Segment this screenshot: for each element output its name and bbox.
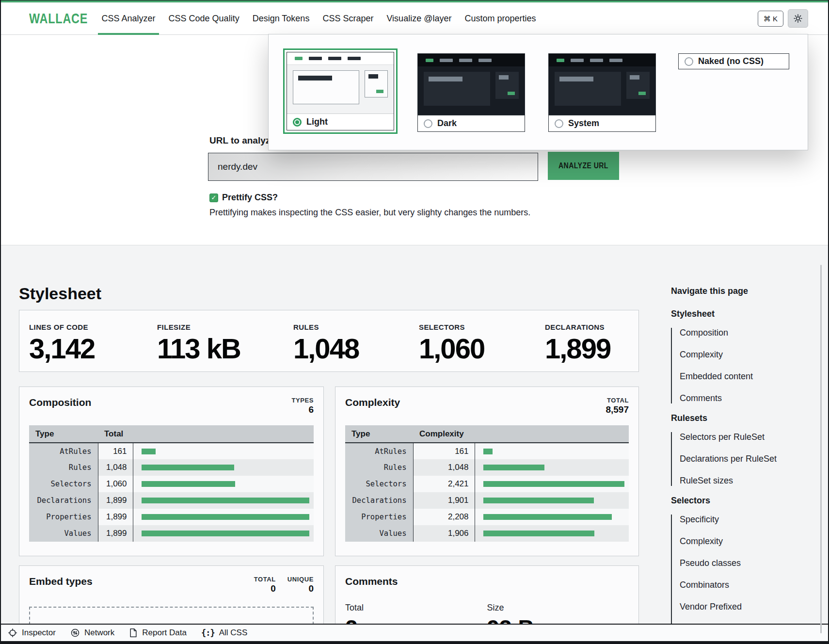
page-nav-link-vendor-prefixed[interactable]: Vendor Prefixed: [680, 602, 792, 612]
page-nav-link-combinators[interactable]: Combinators: [680, 580, 792, 590]
bar: [142, 498, 310, 503]
bar: [483, 465, 544, 470]
top-navigation: WALLACE CSS Analyzer CSS Code Quality De…: [1, 0, 828, 35]
bar: [142, 514, 310, 520]
prettify-description: Prettifying makes inspecting the CSS eas…: [209, 208, 530, 218]
page-nav-heading-selectors[interactable]: Selectors: [671, 496, 792, 506]
table-row: Declarations1,901: [345, 492, 629, 509]
table-row: AtRules161: [345, 443, 629, 459]
nav-custom-properties[interactable]: Custom properties: [458, 2, 542, 34]
scrollbar[interactable]: [820, 265, 822, 633]
types-label: TYPES: [291, 397, 314, 404]
page-nav-link-embedded-content[interactable]: Embedded content: [680, 371, 792, 382]
stat-filesize: FILESIZE 113 kB: [157, 323, 293, 371]
page-title: Stylesheet: [19, 284, 101, 303]
page-nav-link-declarations-per-ruleset[interactable]: Declarations per RuleSet: [680, 454, 792, 464]
page-nav-link-comments[interactable]: Comments: [680, 393, 792, 403]
bar: [483, 481, 625, 487]
url-input[interactable]: [208, 153, 538, 181]
main-nav: CSS Analyzer CSS Code Quality Design Tok…: [95, 2, 542, 34]
table-row: Properties1,899: [29, 509, 314, 525]
types-value: 6: [291, 404, 314, 415]
complexity-title: Complexity: [345, 397, 400, 415]
page-nav-link-complexity[interactable]: Complexity: [680, 350, 792, 360]
theme-option-light-selected-frame: Light: [283, 48, 398, 134]
command-k-button[interactable]: ⌘ K: [758, 11, 783, 27]
toolbar-all-css[interactable]: {:} All CSS: [201, 628, 247, 638]
page-nav-link-complexity-selectors[interactable]: Complexity: [680, 536, 792, 547]
composition-title: Composition: [29, 397, 91, 415]
theme-option-light[interactable]: Light: [287, 52, 394, 130]
page-nav-link-pseudo-classes[interactable]: Pseudo classes: [680, 558, 792, 568]
theme-toggle-button[interactable]: [788, 9, 808, 28]
toolbar-network[interactable]: Network: [70, 628, 114, 638]
prettify-checkbox[interactable]: ✓: [209, 193, 218, 202]
stylesheet-stats-card: LINES OF CODE 3,142 FILESIZE 113 kB RULE…: [19, 310, 639, 372]
prettify-label: Prettify CSS?: [222, 193, 278, 203]
radio-icon[interactable]: [293, 118, 302, 127]
page-nav-heading-stylesheet[interactable]: Stylesheet: [671, 309, 792, 319]
column-header-type: Type: [345, 425, 413, 443]
stat-lines-of-code: LINES OF CODE 3,142: [29, 323, 157, 371]
table-row: Values1,906: [345, 525, 629, 542]
embed-total-label: TOTAL: [254, 576, 276, 583]
bottom-toolbar: Inspector Network Report Data {:} All CS…: [1, 624, 828, 641]
column-header-total: Total: [98, 425, 314, 443]
table-row: Values1,899: [29, 525, 314, 542]
light-theme-preview: [287, 52, 394, 113]
dark-theme-preview: [418, 54, 525, 115]
complexity-table: Type Complexity AtRules161 Rules1,048 Se…: [345, 425, 629, 542]
composition-card: Composition TYPES 6 Type Total AtRules16…: [19, 386, 324, 556]
check-icon: ✓: [211, 194, 217, 201]
radio-icon[interactable]: [424, 119, 432, 128]
theme-option-system[interactable]: System: [548, 53, 656, 132]
target-icon: [8, 628, 17, 638]
table-row: AtRules161: [29, 443, 314, 459]
theme-option-naked[interactable]: Naked (no CSS): [678, 53, 789, 69]
page-nav-link-ruleset-sizes[interactable]: RuleSet sizes: [680, 476, 792, 486]
theme-picker-popover: Light Dark: [268, 34, 808, 150]
embed-unique-label: UNIQUE: [287, 576, 314, 583]
nav-css-scraper[interactable]: CSS Scraper: [316, 2, 380, 34]
theme-option-label: Light: [306, 117, 328, 127]
results-section: Stylesheet LINES OF CODE 3,142 FILESIZE …: [1, 245, 828, 641]
toolbar-inspector[interactable]: Inspector: [8, 628, 56, 638]
table-row: Properties2,208: [345, 509, 629, 525]
page-nav-title: Navigate this page: [671, 286, 792, 296]
comments-title: Comments: [345, 576, 398, 587]
bar: [483, 514, 612, 520]
braces-icon: {:}: [201, 628, 215, 638]
file-icon: [129, 628, 138, 638]
wallace-logo[interactable]: WALLACE: [29, 10, 88, 27]
bar: [483, 449, 493, 454]
embed-unique-value: 0: [287, 583, 314, 594]
nav-css-analyzer[interactable]: CSS Analyzer: [95, 2, 162, 34]
bar: [142, 481, 235, 487]
page-nav-link-composition[interactable]: Composition: [680, 328, 792, 338]
embed-types-title: Embed types: [29, 576, 93, 594]
system-theme-preview: [549, 54, 655, 115]
bar: [142, 465, 234, 470]
nav-css-code-quality[interactable]: CSS Code Quality: [162, 2, 246, 34]
page-nav-heading-rulesets[interactable]: Rulesets: [671, 413, 792, 423]
theme-option-label: Dark: [437, 118, 457, 129]
bar: [142, 449, 156, 454]
url-label: URL to analyze: [209, 135, 275, 146]
radio-icon[interactable]: [685, 57, 693, 66]
stat-rules: RULES 1,048: [293, 323, 419, 371]
nav-visualize-layer[interactable]: Visualize @layer: [380, 2, 458, 34]
theme-option-label: Naked (no CSS): [698, 56, 764, 66]
column-header-type: Type: [29, 425, 98, 443]
nav-design-tokens[interactable]: Design Tokens: [246, 2, 316, 34]
page-navigation: Navigate this page Stylesheet Compositio…: [671, 286, 792, 641]
column-header-complexity: Complexity: [413, 425, 629, 443]
analyze-url-button[interactable]: ANALYZE URL: [548, 152, 619, 180]
radio-icon[interactable]: [555, 119, 563, 128]
composition-table: Type Total AtRules161 Rules1,048 Selecto…: [29, 425, 314, 542]
table-row: Selectors1,060: [29, 476, 314, 492]
page-nav-link-specificity[interactable]: Specificity: [680, 515, 792, 525]
toolbar-report-data[interactable]: Report Data: [129, 628, 187, 638]
transfer-icon: [70, 628, 80, 638]
page-nav-link-selectors-per-ruleset[interactable]: Selectors per RuleSet: [680, 432, 792, 442]
theme-option-dark[interactable]: Dark: [417, 53, 525, 132]
